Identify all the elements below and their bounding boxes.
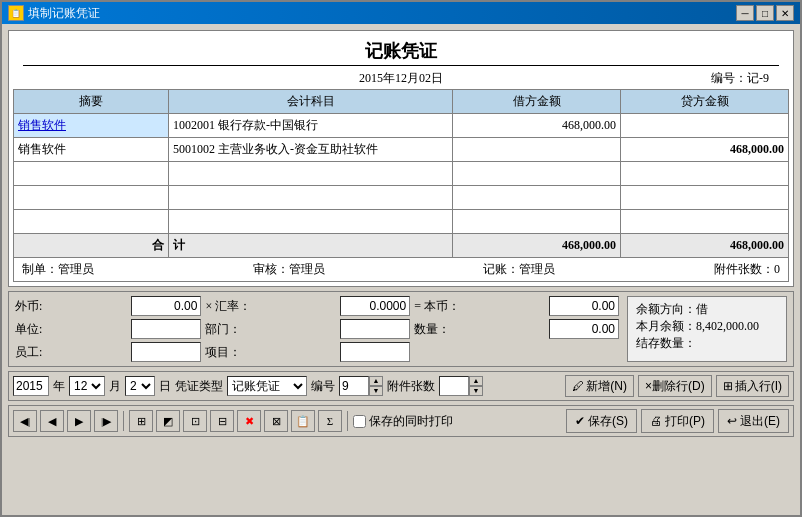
summary-cell[interactable]: 销售软件 bbox=[14, 138, 169, 162]
debit-cell[interactable] bbox=[453, 186, 621, 210]
dept-input[interactable] bbox=[340, 319, 410, 339]
year-input[interactable] bbox=[13, 376, 49, 396]
insert-row-icon: ⊞ bbox=[723, 379, 733, 393]
save-print-checkbox-label[interactable]: 保存的同时打印 bbox=[353, 413, 453, 430]
maximize-button[interactable]: □ bbox=[756, 5, 774, 21]
voucher-date: 2015年12月02日 bbox=[359, 70, 443, 87]
summary-cell[interactable] bbox=[14, 210, 169, 234]
equal-input[interactable] bbox=[549, 296, 619, 316]
debit-cell[interactable] bbox=[453, 138, 621, 162]
prev-nav-btn[interactable]: ◀ bbox=[40, 410, 64, 432]
nav-btn-7[interactable]: 📋 bbox=[291, 410, 315, 432]
title-bar: 📋 填制记账凭证 ─ □ ✕ bbox=[2, 2, 800, 24]
nav-btn-3[interactable]: ⊡ bbox=[183, 410, 207, 432]
del-row-button[interactable]: ×删除行(D) bbox=[638, 375, 712, 397]
nav-section: ◀| ◀ ▶ |▶ ⊞ ◩ ⊡ ⊟ ✖ ⊠ 📋 Σ 保存的同时打印 ✔ 保存(S… bbox=[8, 405, 794, 437]
waib-label: 外币: bbox=[15, 298, 127, 315]
summary-cell[interactable] bbox=[14, 186, 169, 210]
voucher-area: 记账凭证 2015年12月02日 编号：记-9 摘要 会计科目 借方金额 贷方金… bbox=[8, 30, 794, 287]
nav-btn-5[interactable]: ✖ bbox=[237, 410, 261, 432]
credit-cell[interactable]: 468,000.00 bbox=[621, 138, 789, 162]
print-label: 打印(P) bbox=[665, 413, 705, 430]
table-row[interactable] bbox=[14, 162, 789, 186]
new-button[interactable]: 🖊 新增(N) bbox=[565, 375, 634, 397]
last-nav-btn[interactable]: |▶ bbox=[94, 410, 118, 432]
table-row[interactable] bbox=[14, 186, 789, 210]
fujian-label: 附件张数 bbox=[387, 378, 435, 395]
credit-cell[interactable] bbox=[621, 186, 789, 210]
account-cell[interactable] bbox=[169, 162, 453, 186]
nav-btn-4[interactable]: ⊟ bbox=[210, 410, 234, 432]
dept-label: 部门： bbox=[205, 321, 336, 338]
bianhao-label: 编号 bbox=[311, 378, 335, 395]
credit-cell[interactable] bbox=[621, 114, 789, 138]
rate-label: × 汇率： bbox=[205, 298, 336, 315]
exit-button[interactable]: ↩ 退出(E) bbox=[718, 409, 789, 433]
fujian-spinner[interactable]: ▲ ▼ bbox=[439, 376, 483, 396]
print-button[interactable]: 🖨 打印(P) bbox=[641, 409, 714, 433]
summary-cell[interactable]: 销售软件 bbox=[14, 114, 169, 138]
credit-cell[interactable] bbox=[621, 162, 789, 186]
debit-cell[interactable] bbox=[453, 162, 621, 186]
save-icon: ✔ bbox=[575, 414, 585, 428]
rate-input[interactable] bbox=[340, 296, 410, 316]
content-area: 记账凭证 2015年12月02日 编号：记-9 摘要 会计科目 借方金额 贷方金… bbox=[2, 24, 800, 515]
fujian-input[interactable] bbox=[439, 376, 469, 396]
voucher-type-select[interactable]: 记账凭证 bbox=[227, 376, 307, 396]
bianhao-up-btn[interactable]: ▲ bbox=[369, 376, 383, 386]
equal-label: = 本币： bbox=[414, 298, 545, 315]
bianhao-input[interactable] bbox=[339, 376, 369, 396]
save-print-checkbox[interactable] bbox=[353, 415, 366, 428]
insert-row-button[interactable]: ⊞ 插入行(I) bbox=[716, 375, 789, 397]
debit-cell[interactable]: 468,000.00 bbox=[453, 114, 621, 138]
employee-label: 员工: bbox=[15, 344, 127, 361]
account-cell[interactable]: 1002001 银行存款-中国银行 bbox=[169, 114, 453, 138]
year-label: 年 bbox=[53, 378, 65, 395]
shenhe-label: 审核：管理员 bbox=[253, 261, 325, 278]
exit-icon: ↩ bbox=[727, 414, 737, 428]
fujian-down-btn[interactable]: ▼ bbox=[469, 386, 483, 396]
account-cell[interactable]: 5001002 主营业务收入-资金互助社软件 bbox=[169, 138, 453, 162]
credit-cell[interactable] bbox=[621, 210, 789, 234]
total-debit: 468,000.00 bbox=[453, 234, 621, 258]
col-debit: 借方金额 bbox=[453, 90, 621, 114]
unit-input[interactable] bbox=[131, 319, 201, 339]
day-select[interactable]: 2 bbox=[125, 376, 155, 396]
minimize-button[interactable]: ─ bbox=[736, 5, 754, 21]
first-nav-btn[interactable]: ◀| bbox=[13, 410, 37, 432]
table-row[interactable] bbox=[14, 210, 789, 234]
nav-btn-6[interactable]: ⊠ bbox=[264, 410, 288, 432]
col-credit: 贷方金额 bbox=[621, 90, 789, 114]
close-button[interactable]: ✕ bbox=[776, 5, 794, 21]
month-label: 月 bbox=[109, 378, 121, 395]
nav-btn-8[interactable]: Σ bbox=[318, 410, 342, 432]
debit-cell[interactable] bbox=[453, 210, 621, 234]
bianhao-down-btn[interactable]: ▼ bbox=[369, 386, 383, 396]
total-label-left: 合 bbox=[14, 234, 169, 258]
fujian-up-btn[interactable]: ▲ bbox=[469, 376, 483, 386]
account-cell[interactable] bbox=[169, 210, 453, 234]
total-credit: 468,000.00 bbox=[621, 234, 789, 258]
month-select[interactable]: 12 bbox=[69, 376, 105, 396]
table-row[interactable]: 销售软件1002001 银行存款-中国银行468,000.00 bbox=[14, 114, 789, 138]
nav-btn-2[interactable]: ◩ bbox=[156, 410, 180, 432]
save-button[interactable]: ✔ 保存(S) bbox=[566, 409, 637, 433]
save-label: 保存(S) bbox=[588, 413, 628, 430]
employee-input[interactable] bbox=[131, 342, 201, 362]
waib-input[interactable] bbox=[131, 296, 201, 316]
save-print-label: 保存的同时打印 bbox=[369, 413, 453, 430]
zhidan-label: 制单：管理员 bbox=[22, 261, 94, 278]
bianhao-spinner[interactable]: ▲ ▼ bbox=[339, 376, 383, 396]
voucher-bianhao: 编号：记-9 bbox=[711, 70, 769, 87]
voucher-title: 记账凭证 bbox=[13, 35, 789, 65]
count-input[interactable] bbox=[549, 319, 619, 339]
account-cell[interactable] bbox=[169, 186, 453, 210]
table-row[interactable]: 销售软件5001002 主营业务收入-资金互助社软件468,000.00 bbox=[14, 138, 789, 162]
summary-cell[interactable] bbox=[14, 162, 169, 186]
total-row: 合 计 468,000.00 468,000.00 bbox=[14, 234, 789, 258]
col-account: 会计科目 bbox=[169, 90, 453, 114]
nav-btn-1[interactable]: ⊞ bbox=[129, 410, 153, 432]
project-input[interactable] bbox=[340, 342, 410, 362]
balance-info: 余额方向：借 本月余额：8,402,000.00 结存数量： bbox=[627, 296, 787, 362]
next-nav-btn[interactable]: ▶ bbox=[67, 410, 91, 432]
